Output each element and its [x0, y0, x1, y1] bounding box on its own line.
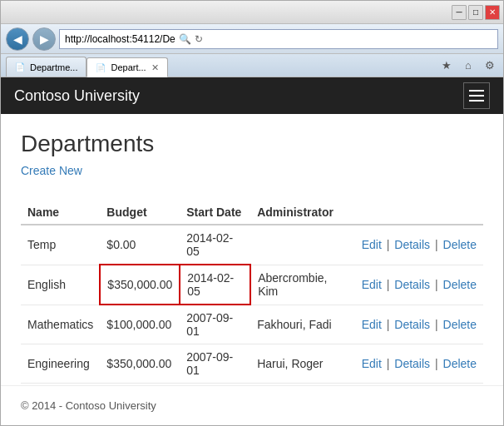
address-text: http://localhost:54112/De [65, 33, 175, 45]
minimize-button[interactable]: ─ [452, 5, 467, 20]
hamburger-line-2 [469, 95, 484, 97]
sep-1: | [387, 318, 390, 331]
tab-label: Departme... [30, 62, 77, 72]
favorites-button[interactable]: ★ [438, 57, 455, 73]
col-actions [355, 201, 483, 225]
cell-actions: Edit | Details | Delete [355, 305, 483, 344]
cell-administrator: Fakhouri, Fadi [250, 305, 355, 344]
delete-link[interactable]: Delete [443, 278, 477, 291]
cell-start-date: 2007-09-01 [180, 344, 250, 384]
cell-budget: $350,000.00 [100, 265, 180, 305]
delete-link[interactable]: Delete [443, 238, 477, 251]
details-link[interactable]: Details [394, 318, 430, 331]
page-content: Departments Create New Name Budget Start… [1, 114, 503, 385]
cell-start-date: 2014-02-05 [180, 225, 250, 265]
col-budget: Budget [100, 201, 180, 225]
sep-1: | [387, 278, 390, 291]
hamburger-line-3 [469, 100, 484, 102]
col-name: Name [21, 201, 100, 225]
page-footer: © 2014 - Contoso University [1, 385, 503, 425]
tab-actions: ★ ⌂ ⚙ [438, 57, 498, 77]
cell-name: English [21, 265, 100, 305]
cell-actions: Edit | Details | Delete [355, 225, 483, 265]
delete-link[interactable]: Delete [443, 357, 477, 370]
departments-table: Name Budget Start Date Administrator Tem… [21, 201, 483, 385]
footer-text: © 2014 - Contoso University [21, 399, 156, 412]
edit-link[interactable]: Edit [362, 318, 382, 331]
sep-1: | [387, 238, 390, 251]
hamburger-menu[interactable] [463, 82, 490, 109]
cell-budget: $350,000.00 [100, 344, 180, 384]
cell-budget: $0.00 [100, 225, 180, 265]
forward-button[interactable]: ▶ [32, 27, 56, 51]
refresh-icon[interactable]: ↻ [195, 33, 203, 45]
back-icon: ◀ [13, 32, 22, 46]
table-row: English $350,000.00 2014-02-05 Abercromb… [21, 265, 483, 305]
col-start-date: Start Date [180, 201, 250, 225]
sep-2: | [435, 238, 438, 251]
address-bar: ◀ ▶ http://localhost:54112/De 🔍 ↻ [1, 24, 503, 54]
tab-icon: 📄 [15, 62, 25, 72]
forward-icon: ▶ [40, 32, 49, 46]
app-title: Contoso University [14, 87, 140, 105]
table-row: Mathematics $100,000.00 2007-09-01 Fakho… [21, 305, 483, 344]
tab-departments1[interactable]: 📄 Departme... [6, 57, 86, 77]
address-input-container[interactable]: http://localhost:54112/De 🔍 ↻ [59, 29, 498, 49]
details-link[interactable]: Details [394, 238, 430, 251]
tab-icon-2: 📄 [96, 63, 106, 72]
table-row: Temp $0.00 2014-02-05 Edit | Details | D… [21, 225, 483, 265]
settings-button[interactable]: ⚙ [482, 57, 498, 73]
cell-name: Temp [21, 225, 100, 265]
table-header-row: Name Budget Start Date Administrator [21, 201, 483, 225]
cell-administrator: Harui, Roger [250, 344, 355, 384]
tab-label-2: Depart... [111, 62, 146, 72]
edit-link[interactable]: Edit [362, 278, 382, 291]
sep-2: | [435, 357, 438, 370]
details-link[interactable]: Details [394, 278, 430, 291]
cell-name: Engineering [21, 344, 100, 384]
create-new-link[interactable]: Create New [21, 164, 82, 177]
tab-departments2[interactable]: 📄 Depart... ✕ [86, 57, 167, 77]
sep-2: | [435, 278, 438, 291]
app-navbar: Contoso University [1, 77, 503, 114]
delete-link[interactable]: Delete [443, 318, 477, 331]
cell-name: Mathematics [21, 305, 100, 344]
edit-link[interactable]: Edit [362, 357, 382, 370]
cell-actions: Edit | Details | Delete [355, 344, 483, 384]
cell-start-date: 2014-02-05 [180, 265, 250, 305]
hamburger-line-1 [469, 90, 484, 92]
table-row: Engineering $350,000.00 2007-09-01 Harui… [21, 344, 483, 384]
details-link[interactable]: Details [394, 357, 430, 370]
cell-administrator: Abercrombie, Kim [250, 265, 355, 305]
home-button[interactable]: ⌂ [460, 57, 477, 73]
col-administrator: Administrator [250, 201, 355, 225]
close-button[interactable]: ✕ [485, 5, 500, 20]
cell-start-date: 2007-09-01 [180, 305, 250, 344]
title-bar: ─ □ ✕ [1, 1, 503, 24]
tab-close-button[interactable]: ✕ [151, 62, 159, 73]
cell-actions: Edit | Details | Delete [355, 265, 483, 305]
page-heading: Departments [21, 131, 483, 157]
search-icon: 🔍 [179, 33, 191, 45]
back-button[interactable]: ◀ [6, 27, 29, 51]
sep-2: | [435, 318, 438, 331]
tabs-bar: 📄 Departme... 📄 Depart... ✕ ★ ⌂ ⚙ [1, 54, 503, 77]
maximize-button[interactable]: □ [468, 5, 483, 20]
edit-link[interactable]: Edit [362, 238, 382, 251]
sep-1: | [387, 357, 390, 370]
title-bar-buttons: ─ □ ✕ [452, 5, 500, 20]
cell-budget: $100,000.00 [100, 305, 180, 344]
cell-administrator [250, 225, 355, 265]
